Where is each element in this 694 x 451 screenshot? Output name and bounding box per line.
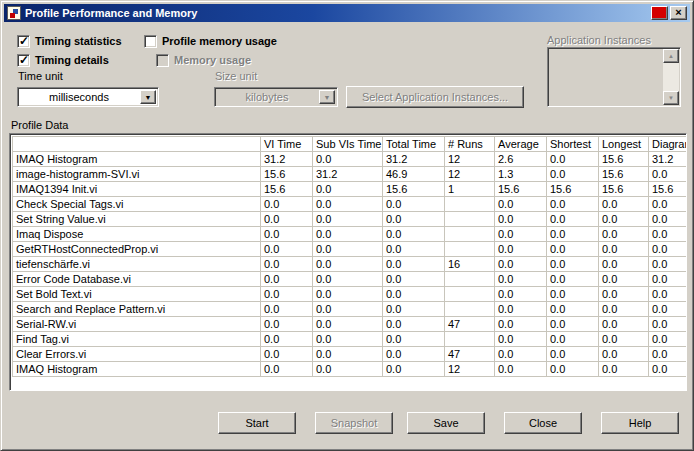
metric-cell: 0.0 <box>495 212 547 227</box>
table-row[interactable]: GetRTHostConnectedProp.vi0.00.00.00.00.0… <box>13 242 688 257</box>
metric-cell: 0.0 <box>547 287 599 302</box>
metric-cell: 15.6 <box>495 182 547 197</box>
vi-name-cell: IMAQ Histogram <box>13 152 261 167</box>
table-row[interactable]: Set String Value.vi0.00.00.00.00.00.00.0 <box>13 212 688 227</box>
time-unit-value: milliseconds <box>18 91 140 103</box>
metric-cell: 0.0 <box>599 212 649 227</box>
red-square-button[interactable] <box>651 6 668 20</box>
size-unit-label: Size unit <box>215 70 257 82</box>
window-title: Profile Performance and Memory <box>25 7 649 19</box>
metric-cell: 31.2 <box>383 152 445 167</box>
metric-cell: 0.0 <box>313 287 383 302</box>
vi-name-cell: Set Bold Text.vi <box>13 287 261 302</box>
scroll-down-icon: ▼ <box>663 91 679 105</box>
timing-statistics-checkbox[interactable]: Timing statistics <box>17 34 122 48</box>
metric-cell: 0.0 <box>495 287 547 302</box>
metric-cell: 0.0 <box>649 302 688 317</box>
metric-cell: 15.6 <box>599 182 649 197</box>
metric-cell: 31.2 <box>649 152 688 167</box>
metric-cell: 0.0 <box>313 362 383 377</box>
timing-details-checkbox[interactable]: Timing details <box>17 53 109 67</box>
column-header-total-time[interactable]: Total Time <box>383 137 445 152</box>
table-row[interactable]: Search and Replace Pattern.vi0.00.00.00.… <box>13 302 688 317</box>
table-row[interactable]: Find Tag.vi0.00.00.00.00.00.00.0 <box>13 332 688 347</box>
save-button[interactable]: Save <box>407 412 485 434</box>
table-row[interactable]: Imaq Dispose0.00.00.00.00.00.00.0 <box>13 227 688 242</box>
metric-cell: 0.0 <box>313 242 383 257</box>
metric-cell: 0.0 <box>649 242 688 257</box>
metric-cell: 15.6 <box>261 167 313 182</box>
help-button[interactable]: Help <box>601 412 679 434</box>
metric-cell: 0.0 <box>547 317 599 332</box>
metric-cell: 15.6 <box>547 182 599 197</box>
table-row[interactable]: Error Code Database.vi0.00.00.00.00.00.0… <box>13 272 688 287</box>
metric-cell: 0.0 <box>261 347 313 362</box>
table-row[interactable]: Set Bold Text.vi0.00.00.00.00.00.00.0 <box>13 287 688 302</box>
metric-cell: 15.6 <box>599 152 649 167</box>
metric-cell: 0.0 <box>383 317 445 332</box>
close-button[interactable]: × <box>670 6 687 20</box>
metric-cell: 0.0 <box>599 257 649 272</box>
checkbox-box <box>144 35 157 48</box>
column-header-average[interactable]: Average <box>495 137 547 152</box>
chevron-down-icon[interactable]: ▼ <box>140 90 156 104</box>
metric-cell: 0.0 <box>495 227 547 242</box>
metric-cell: 0.0 <box>383 197 445 212</box>
metric-cell: 12 <box>445 167 495 182</box>
size-unit-value: kilobytes <box>215 91 319 103</box>
metric-cell: 0.0 <box>599 362 649 377</box>
column-header-vi-time[interactable]: VI Time <box>261 137 313 152</box>
metric-cell: 0.0 <box>547 212 599 227</box>
metric-cell: 47 <box>445 317 495 332</box>
labview-icon[interactable] <box>7 6 21 20</box>
table-row[interactable]: IMAQ Histogram0.00.00.0120.00.00.00.0 <box>13 362 688 377</box>
table-row[interactable]: IMAQ1394 Init.vi15.60.015.6115.615.615.6… <box>13 182 688 197</box>
profile-table-body: IMAQ Histogram31.20.031.2122.60.015.631.… <box>13 152 688 377</box>
column-header-shortest[interactable]: Shortest <box>547 137 599 152</box>
checkbox-box <box>156 54 169 67</box>
column-header-longest[interactable]: Longest <box>599 137 649 152</box>
profile-data-label: Profile Data <box>11 119 68 131</box>
metric-cell: 0.0 <box>547 332 599 347</box>
metric-cell: 47 <box>445 347 495 362</box>
table-row[interactable]: Clear Errors.vi0.00.00.0470.00.00.00.0 <box>13 347 688 362</box>
close-dialog-button[interactable]: Close <box>504 412 582 434</box>
table-row[interactable]: tiefenschärfe.vi0.00.00.0160.00.00.00.0 <box>13 257 688 272</box>
metric-cell: 46.9 <box>383 167 445 182</box>
start-button[interactable]: Start <box>218 412 296 434</box>
memory-usage-checkbox: Memory usage <box>156 53 251 67</box>
metric-cell: 0.0 <box>383 332 445 347</box>
table-row[interactable]: IMAQ Histogram31.20.031.2122.60.015.631.… <box>13 152 688 167</box>
column-header-sub-vis-time[interactable]: Sub VIs Time <box>313 137 383 152</box>
metric-cell: 0.0 <box>261 227 313 242</box>
timing-details-label: Timing details <box>35 54 109 66</box>
time-unit-select[interactable]: milliseconds ▼ <box>17 87 159 107</box>
metric-cell: 0.0 <box>313 302 383 317</box>
metric-cell: 31.2 <box>261 152 313 167</box>
vi-name-cell: IMAQ Histogram <box>13 362 261 377</box>
metric-cell: 0.0 <box>383 272 445 287</box>
vi-name-cell: GetRTHostConnectedProp.vi <box>13 242 261 257</box>
metric-cell: 0.0 <box>313 317 383 332</box>
profile-memory-usage-checkbox[interactable]: Profile memory usage <box>144 34 277 48</box>
metric-cell: 0.0 <box>649 257 688 272</box>
memory-usage-label: Memory usage <box>174 54 251 66</box>
column-header-name[interactable] <box>13 137 261 152</box>
metric-cell: 0.0 <box>261 317 313 332</box>
close-icon: × <box>675 7 681 18</box>
table-row[interactable]: Serial-RW.vi0.00.00.0470.00.00.00.0 <box>13 317 688 332</box>
metric-cell: 1 <box>445 182 495 197</box>
metric-cell <box>445 287 495 302</box>
metric-cell: 0.0 <box>313 182 383 197</box>
metric-cell: 0.0 <box>495 302 547 317</box>
metric-cell: 0.0 <box>649 272 688 287</box>
metric-cell: 0.0 <box>313 332 383 347</box>
column-header-runs[interactable]: # Runs <box>445 137 495 152</box>
metric-cell: 0.0 <box>649 197 688 212</box>
metric-cell <box>445 302 495 317</box>
metric-cell: 0.0 <box>547 302 599 317</box>
table-row[interactable]: image-histogramm-SVI.vi15.631.246.9121.3… <box>13 167 688 182</box>
table-row[interactable]: Check Special Tags.vi0.00.00.00.00.00.00… <box>13 197 688 212</box>
column-header-diagram[interactable]: Diagram <box>649 137 688 152</box>
metric-cell: 0.0 <box>495 332 547 347</box>
